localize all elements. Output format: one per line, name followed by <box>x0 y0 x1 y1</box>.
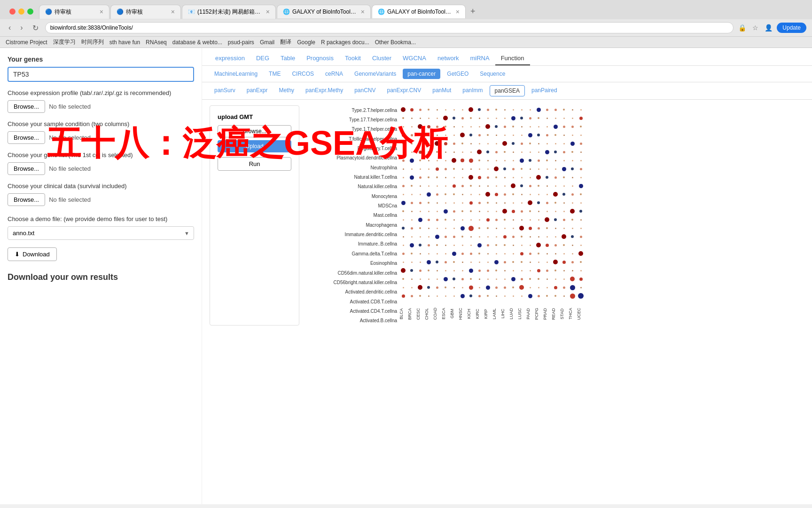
pannav-panexpr[interactable]: panExpr <box>242 85 273 96</box>
dot-cell <box>526 148 534 156</box>
dot-cell <box>551 224 560 232</box>
expression-browse-button[interactable]: Browse... <box>8 100 45 113</box>
demo-select[interactable]: anno.txt <box>8 226 194 240</box>
nav-expression[interactable]: expression <box>210 52 250 65</box>
pannav-panexpmethy[interactable]: panExpr.Methy <box>301 85 348 96</box>
dot <box>554 270 556 271</box>
pannav-pansurv[interactable]: panSurv <box>210 85 240 96</box>
nav-function[interactable]: Function <box>495 52 530 65</box>
tab-4[interactable]: 🌐 GALAXY of BioInfoTools by Ph... × <box>277 5 371 18</box>
maximize-button[interactable] <box>27 8 33 15</box>
bookmark-deeplearning[interactable]: 深度学习 <box>53 38 76 46</box>
pannav-methy[interactable]: Methy <box>274 85 299 96</box>
bookmark-icon[interactable]: ☆ <box>750 23 760 32</box>
bookmark-psud[interactable]: psud-pairs <box>228 39 254 46</box>
address-input[interactable] <box>45 22 734 33</box>
nav-prognosis[interactable]: Prognosis <box>301 52 339 65</box>
gene-list-browse-button[interactable]: Browse... <box>8 162 45 175</box>
clinical-browse-button[interactable]: Browse... <box>8 193 45 206</box>
pannav-panpaired[interactable]: panPaired <box>527 85 562 96</box>
dot <box>437 270 438 271</box>
tab-close-2[interactable]: × <box>171 8 175 16</box>
dot <box>513 295 514 297</box>
dot-cell <box>534 131 543 139</box>
bookmark-other[interactable]: Other Bookma... <box>375 39 416 46</box>
dot-cell <box>568 283 577 292</box>
bookmark-translate[interactable]: 翻译 <box>280 38 291 46</box>
subnav-machinelearning[interactable]: MachineLearning <box>210 69 262 79</box>
tab-1[interactable]: 🔵 待审核 × <box>39 5 109 19</box>
reload-button[interactable]: ↻ <box>30 23 41 33</box>
nav-table[interactable]: Table <box>275 52 301 65</box>
bookmark-rnaseq[interactable]: RNAseq <box>146 39 167 46</box>
tab-3[interactable]: 📧 (1152封未读) 网易邮箱6.0版 × <box>182 5 276 19</box>
forward-button[interactable]: › <box>17 23 25 33</box>
nav-mirna[interactable]: miRNA <box>464 52 495 65</box>
bookmark-database[interactable]: database & webto... <box>172 39 222 46</box>
profile-icon[interactable]: 👤 <box>764 23 773 32</box>
dot <box>486 218 490 222</box>
back-button[interactable]: ‹ <box>6 23 14 33</box>
tab-close-4[interactable]: × <box>361 8 365 16</box>
tab-5[interactable]: 🌐 GALAXY of BioInfoTools by Ph... × <box>372 5 466 18</box>
pannav-panim[interactable]: panImm <box>458 85 487 96</box>
bookmark-timeseries[interactable]: 时间序列 <box>81 38 104 46</box>
dot <box>445 253 446 254</box>
dot <box>529 278 531 280</box>
run-button[interactable]: Run <box>218 157 291 171</box>
subnav-sequence[interactable]: Sequence <box>475 69 510 79</box>
dot-cell <box>492 232 500 241</box>
dot-cell <box>500 114 509 122</box>
dot-cell <box>577 173 585 182</box>
subnav-genomevariants[interactable]: GenomeVariants <box>350 69 401 79</box>
dot-cell <box>560 131 568 139</box>
tab-close-3[interactable]: × <box>266 8 270 16</box>
dot-cell <box>577 182 585 190</box>
subnav-pancancer[interactable]: pan-cancer <box>403 69 440 79</box>
pannav-panmut[interactable]: panMut <box>428 85 456 96</box>
subnav-getgeo[interactable]: GetGEO <box>442 69 473 79</box>
subnav-circos[interactable]: CIRCOS <box>287 69 319 79</box>
dot-cell <box>484 266 492 275</box>
dot <box>487 118 489 119</box>
close-button[interactable] <box>9 8 16 15</box>
minimize-button[interactable] <box>18 8 24 15</box>
dot-cell <box>577 156 585 165</box>
dot <box>529 159 531 162</box>
bookmark-google[interactable]: Google <box>297 39 315 46</box>
dot-cell <box>424 139 433 148</box>
subnav-cerna[interactable]: ceRNA <box>320 69 348 79</box>
dot <box>460 133 465 137</box>
tab-close-5[interactable]: × <box>456 8 460 16</box>
nav-network[interactable]: network <box>432 52 465 65</box>
pannav-pancnv[interactable]: panCNV <box>350 85 380 96</box>
pannav-panexprcnv[interactable]: panExpr.CNV <box>383 85 426 96</box>
bookmark-sth[interactable]: sth have fun <box>109 39 140 46</box>
bookmark-gmail[interactable]: Gmail <box>260 39 274 46</box>
dot-cell <box>424 207 433 215</box>
nav-tookit[interactable]: Tookit <box>339 52 367 65</box>
tab-2[interactable]: 🔵 待审核 × <box>110 5 181 19</box>
bookmark-rpackages[interactable]: R packages docu... <box>321 39 369 46</box>
nav-wgcna[interactable]: WGCNA <box>397 52 432 65</box>
subnav-tme[interactable]: TME <box>264 69 285 79</box>
download-button[interactable]: ⬇ Download <box>8 247 57 261</box>
bookmark-cistrome[interactable]: Cistrome Project <box>6 39 47 46</box>
upload-upload-button[interactable]: Upload <box>218 140 291 152</box>
dot <box>428 160 429 161</box>
gene-input[interactable] <box>8 67 194 82</box>
dot <box>479 168 480 170</box>
tab-close-1[interactable]: × <box>100 8 103 16</box>
nav-deg[interactable]: DEG <box>250 52 275 65</box>
dot <box>513 135 514 136</box>
dot <box>487 211 489 212</box>
sample-browse-button[interactable]: Browse... <box>8 131 45 144</box>
new-tab-button[interactable]: + <box>467 5 479 18</box>
upload-browse-button[interactable]: Browse... <box>218 125 291 137</box>
dot <box>470 194 472 195</box>
dot-cell <box>450 275 458 283</box>
update-button[interactable]: Update <box>777 23 806 33</box>
pannav-pangsea[interactable]: panGSEA <box>490 85 525 96</box>
dot <box>494 167 499 171</box>
nav-cluster[interactable]: Cluster <box>367 52 397 65</box>
